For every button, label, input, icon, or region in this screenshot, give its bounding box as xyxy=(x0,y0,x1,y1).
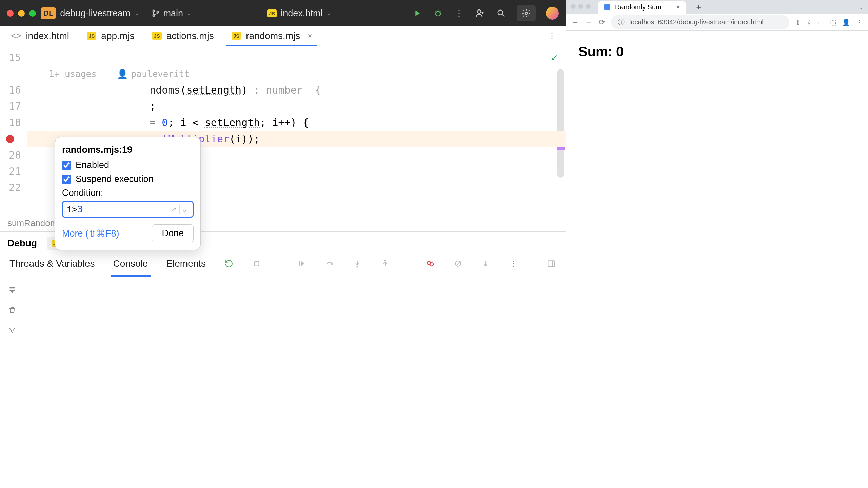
reading-list-icon[interactable]: ▭ xyxy=(818,18,825,26)
html-file-icon: <> xyxy=(11,30,21,41)
branch-icon xyxy=(152,9,160,17)
more-vertical-icon[interactable]: ⋮ xyxy=(454,8,465,19)
code-line: ndoms(setLength) : number { xyxy=(27,82,566,98)
vcs-branch-selector[interactable]: main ⌄ xyxy=(152,8,192,19)
search-icon[interactable] xyxy=(496,8,507,19)
editor-tab-strip: <> index.html JS app.mjs JS actions.mjs … xyxy=(0,26,566,45)
scroll-to-end-icon[interactable] xyxy=(7,284,18,295)
evaluate-expression-icon[interactable]: ⤓ᵢ xyxy=(480,258,491,269)
code-line xyxy=(27,49,566,66)
svg-point-9 xyxy=(357,266,358,267)
svg-rect-8 xyxy=(299,261,300,266)
rerun-icon[interactable] xyxy=(223,258,234,269)
bookmark-icon[interactable]: ☆ xyxy=(807,18,813,26)
close-tab-icon[interactable]: × xyxy=(308,32,312,40)
step-out-icon[interactable] xyxy=(380,258,391,269)
resume-icon[interactable] xyxy=(296,258,307,269)
code-editor[interactable]: ✓ 15 16 17 18 20 21 22 1+ usages 👤 paule… xyxy=(0,45,566,215)
tab-elements[interactable]: Elements xyxy=(165,255,206,272)
tab-actions-mjs[interactable]: JS actions.mjs xyxy=(151,26,215,45)
project-name: debug-livestream xyxy=(60,8,130,19)
macos-traffic-lights[interactable] xyxy=(7,10,36,17)
svg-point-6 xyxy=(525,12,528,15)
debug-toolbar: Threads & Variables Console Elements xyxy=(0,251,566,276)
chevron-down-icon[interactable]: ⌄ xyxy=(180,205,189,214)
add-user-icon[interactable] xyxy=(475,8,486,19)
breakpoint-popup: randoms.mjs:19 Enabled Suspend execution… xyxy=(55,137,201,250)
done-button[interactable]: Done xyxy=(152,224,194,242)
enabled-checkbox-row[interactable]: Enabled xyxy=(62,160,194,170)
avatar[interactable] xyxy=(546,7,559,20)
browser-tab[interactable]: Randomly Sum × xyxy=(598,1,686,14)
install-app-icon[interactable]: ⬚ xyxy=(830,18,836,26)
suspend-checkbox[interactable] xyxy=(62,175,71,184)
run-icon[interactable] xyxy=(412,8,422,19)
code-content[interactable]: 1+ usages 👤 pauleveritt ndoms(setLength)… xyxy=(27,45,566,215)
usages-hint[interactable]: 1+ usages xyxy=(49,69,97,79)
more-vertical-icon[interactable]: ⋮ xyxy=(856,18,863,26)
debug-title: Debug xyxy=(7,238,37,249)
new-tab-icon[interactable]: + xyxy=(691,2,707,13)
svg-point-4 xyxy=(478,10,481,13)
gear-icon xyxy=(521,8,532,19)
share-icon[interactable]: ⇧ xyxy=(795,18,801,26)
clear-all-icon[interactable] xyxy=(7,305,18,316)
more-vertical-icon[interactable]: ⋮ xyxy=(508,258,519,269)
reload-icon[interactable]: ⟳ xyxy=(599,18,605,27)
more-link[interactable]: More (⇧⌘F8) xyxy=(62,228,119,239)
condition-input[interactable]: i > 3 ⤢ ⌄ xyxy=(62,201,194,218)
back-icon[interactable]: ← xyxy=(572,18,579,27)
layout-settings-icon[interactable] xyxy=(546,258,557,269)
console-output[interactable] xyxy=(24,276,566,488)
close-window-icon[interactable] xyxy=(7,10,14,17)
tab-threads-variables[interactable]: Threads & Variables xyxy=(9,255,96,272)
minimize-window-icon[interactable] xyxy=(18,10,25,17)
step-into-icon[interactable] xyxy=(352,258,363,269)
code-lens-row[interactable]: 1+ usages 👤 pauleveritt xyxy=(27,66,566,82)
tab-console[interactable]: Console xyxy=(113,255,149,272)
code-line: ; xyxy=(27,98,566,115)
enabled-checkbox[interactable] xyxy=(62,161,71,170)
mute-breakpoints-icon[interactable] xyxy=(453,258,463,269)
js-file-icon: JS xyxy=(152,32,161,40)
suspend-checkbox-row[interactable]: Suspend execution xyxy=(62,174,194,184)
tab-index-html[interactable]: <> index.html xyxy=(9,26,71,45)
tab-app-mjs[interactable]: JS app.mjs xyxy=(85,26,136,45)
enabled-label: Enabled xyxy=(76,160,109,170)
page-content: Sum: 0 xyxy=(566,30,868,73)
more-vertical-icon[interactable]: ⋮ xyxy=(548,31,556,41)
macos-traffic-lights[interactable] xyxy=(571,4,593,10)
svg-point-2 xyxy=(157,11,159,13)
close-tab-icon[interactable]: × xyxy=(676,4,680,11)
line-number: 15 xyxy=(0,49,21,66)
tab-randoms-mjs[interactable]: JS randoms.mjs × xyxy=(230,26,313,45)
forward-icon[interactable]: → xyxy=(585,18,593,27)
project-selector[interactable]: DL debug-livestream ⌄ xyxy=(41,7,139,19)
site-info-icon[interactable]: ⓘ xyxy=(618,18,625,27)
person-icon: 👤 xyxy=(117,69,128,79)
line-number: 20 xyxy=(0,147,21,163)
line-number: 16 xyxy=(0,82,21,98)
breakpoint-icon[interactable] xyxy=(6,135,14,143)
chevron-down-icon[interactable]: ⌄ xyxy=(859,4,863,11)
code-line: = 0; i < setLength; i++) { xyxy=(27,115,566,131)
cond-identifier: i xyxy=(66,204,72,215)
js-file-icon: JS xyxy=(87,32,96,40)
step-over-icon[interactable] xyxy=(324,258,335,269)
zoom-window-icon[interactable] xyxy=(29,10,36,17)
debug-icon[interactable] xyxy=(433,8,443,19)
view-breakpoints-icon[interactable] xyxy=(425,258,436,269)
debug-body xyxy=(0,276,566,488)
settings-button[interactable] xyxy=(517,5,536,21)
author-hint[interactable]: 👤 pauleveritt xyxy=(117,69,190,79)
debug-tool-window: Debug JS index.html × Threads & Variable… xyxy=(0,231,566,488)
run-config-selector[interactable]: JS index.html ⌄ xyxy=(262,6,336,21)
url-input[interactable]: ⓘ localhost:63342/debug-livestream/index… xyxy=(611,15,789,29)
expand-icon[interactable]: ⤢ xyxy=(168,205,179,214)
ide-window: DL debug-livestream ⌄ main ⌄ JS index.ht… xyxy=(0,0,566,488)
profile-icon[interactable]: 👤 xyxy=(842,18,850,26)
stop-icon[interactable] xyxy=(251,258,262,269)
browser-titlebar: Randomly Sum × + ⌄ xyxy=(566,0,868,14)
filter-icon[interactable] xyxy=(7,325,18,336)
svg-rect-14 xyxy=(548,261,555,266)
